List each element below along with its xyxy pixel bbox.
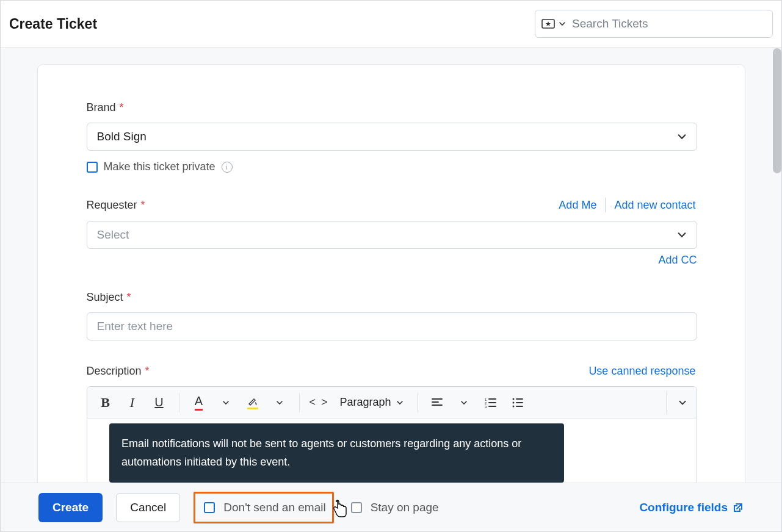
requester-label: Requester [87,199,137,212]
chevron-down-icon [559,20,566,27]
bold-icon[interactable]: B [93,390,118,415]
align-icon[interactable] [425,390,449,415]
chevron-down-icon [396,399,404,406]
subject-field: Subject * [87,291,696,340]
editor-toolbar: B I U A < > Paragraph [87,387,697,419]
make-private-checkbox[interactable] [87,162,98,173]
underline-icon[interactable]: U [147,390,172,415]
chevron-down-icon [677,132,687,142]
page-title: Create Ticket [9,16,97,32]
description-label: Description [87,365,142,378]
paragraph-label: Paragraph [340,396,391,409]
toolbar-separator [417,393,418,412]
font-color-dropdown[interactable] [214,390,238,415]
toolbar-separator [299,393,300,412]
dont-send-email-label: Don't send an email [223,501,325,514]
svg-text:3: 3 [485,405,487,408]
stay-on-page-option[interactable]: Stay on page [351,501,439,514]
stay-on-page-checkbox[interactable] [351,502,362,513]
tooltip-text: Email notifications will not be sent to … [121,437,521,469]
dont-send-email-checkbox[interactable] [204,502,215,513]
required-mark: * [120,101,124,114]
brand-select[interactable]: Bold Sign [87,123,697,151]
use-canned-response-link[interactable]: Use canned response [588,365,695,378]
add-me-link[interactable]: Add Me [559,199,596,212]
required-mark: * [141,199,145,212]
search-input[interactable] [572,17,766,31]
code-icon[interactable]: < > [307,390,331,415]
footer-bar: Create Cancel Don't send an email Stay o… [1,483,781,531]
expand-toolbar-icon[interactable] [666,390,690,415]
subject-input[interactable] [87,312,697,340]
svg-marker-1 [546,21,551,26]
required-mark: * [145,365,150,378]
external-link-icon [733,502,744,513]
italic-icon[interactable]: I [120,390,145,415]
add-new-contact-link[interactable]: Add new contact [614,199,695,212]
brand-field: Brand * Bold Sign Make this ticket priva… [87,101,696,173]
header-bar: Create Ticket [1,1,781,48]
configure-fields-link[interactable]: Configure fields [639,501,744,514]
requester-select[interactable]: Select [87,221,697,249]
svg-point-7 [512,405,514,407]
make-private-label: Make this ticket private [104,160,215,173]
font-color-icon[interactable]: A [187,390,211,415]
stay-on-page-label: Stay on page [371,501,439,514]
bg-color-icon[interactable] [241,390,265,415]
make-private-row[interactable]: Make this ticket private i [87,160,696,173]
dont-send-email-tooltip: Email notifications will not be sent to … [109,423,564,483]
subject-label: Subject [87,291,123,304]
required-mark: * [127,291,131,304]
search-tickets-container[interactable] [535,10,773,38]
main-scroll-area: Brand * Bold Sign Make this ticket priva… [1,48,781,483]
divider [605,198,606,212]
configure-fields-label: Configure fields [639,501,728,514]
vertical-scrollbar[interactable] [773,48,781,173]
brand-label: Brand [87,101,116,114]
bullet-list-icon[interactable] [505,390,530,415]
requester-placeholder: Select [97,228,129,242]
add-cc-link[interactable]: Add CC [658,254,697,266]
svg-point-5 [512,398,514,400]
dont-send-email-highlight: Don't send an email [194,492,333,523]
ticket-search-type-icon[interactable] [541,18,566,30]
bg-color-dropdown[interactable] [267,390,292,415]
numbered-list-icon[interactable]: 123 [479,390,503,415]
chevron-down-icon [677,230,687,240]
create-button[interactable]: Create [38,493,103,522]
cancel-button[interactable]: Cancel [116,493,180,522]
info-icon[interactable]: i [222,162,233,173]
requester-field: Requester * Add Me Add new contact Selec… [87,198,696,267]
paragraph-style-dropdown[interactable]: Paragraph [334,390,410,415]
form-card: Brand * Bold Sign Make this ticket priva… [37,64,745,483]
toolbar-separator [179,393,179,412]
svg-point-6 [512,401,514,403]
brand-select-value: Bold Sign [97,130,147,143]
align-dropdown[interactable] [452,390,476,415]
